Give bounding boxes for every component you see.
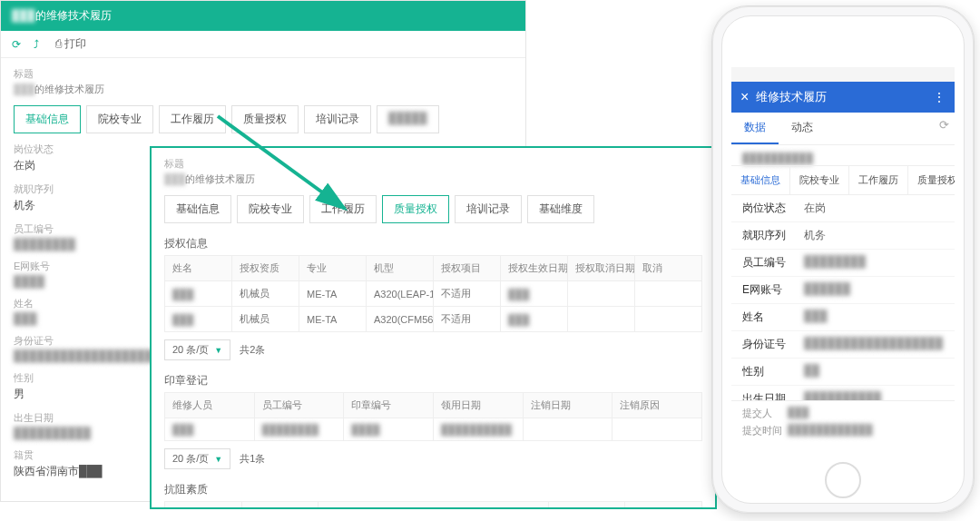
col-header: 专业 — [299, 256, 367, 281]
table-row[interactable]: ███机械员ME-TAA320(LEAP-1A)不适用███ — [165, 281, 702, 307]
col-header: 机型 — [367, 256, 434, 281]
col-header: 领用日期 — [433, 393, 523, 418]
close-icon[interactable]: × — [740, 90, 749, 104]
mobile-field: 出生日期██████████ — [731, 386, 955, 400]
table-row[interactable]: ███机械员ME-TAA320(CFM56)不适用███ — [165, 307, 702, 332]
resist-table: 维修专业是否签署机型签署机型初期颁发日期下次机型发动机型号签署日期 — [164, 501, 702, 509]
table-row[interactable]: █████████████████████████ — [165, 418, 702, 441]
col-header: 取消 — [635, 256, 702, 281]
col-header: 员工编号 — [254, 393, 344, 418]
mobile-field: 就职序列机务 — [731, 222, 955, 250]
mobile-field: 姓名███ — [731, 304, 955, 331]
auth-section-title: 授权信息 — [164, 236, 702, 251]
print-button[interactable]: ⎙ 打印 — [55, 36, 86, 52]
tab-row: 基础信息院校专业工作履历质量授权培训记录█████ — [1, 105, 525, 143]
mobile-field: 员工编号████████ — [731, 250, 955, 277]
chevron-down-icon: ▼ — [214, 346, 222, 355]
refresh-icon[interactable]: ⟳ — [12, 38, 24, 51]
mobile-chip-0[interactable]: 基础信息 — [731, 166, 790, 194]
page-size-select-2[interactable]: 20 条/页▼ — [164, 448, 230, 469]
col-header: 授权生效日期 — [501, 256, 568, 281]
refresh-icon[interactable]: ⟳ — [939, 118, 949, 132]
mobile-chip-2[interactable]: 工作履历 — [849, 166, 908, 194]
breadcrumb-value: ███的维修技术履历 — [164, 172, 702, 186]
stamp-total: 共1条 — [240, 452, 265, 466]
inner-tab-3[interactable]: 质量授权 — [382, 195, 449, 223]
auth-table: 姓名授权资质专业机型授权项目授权生效日期授权取消日期取消███机械员ME-TAA… — [164, 255, 702, 332]
inner-tab-1[interactable]: 院校专业 — [237, 195, 304, 223]
inner-tab-2[interactable]: 工作履历 — [309, 195, 377, 223]
tab-5[interactable]: █████ — [377, 105, 439, 133]
resist-section-title: 抗阻素质 — [164, 482, 702, 497]
phone-screen: × 维修技术履历 ⋮ 数据动态⟳ ██████████ 基础信息院校专业工作履历… — [731, 67, 955, 443]
auth-total: 共2条 — [240, 343, 265, 357]
inner-tab-0[interactable]: 基础信息 — [164, 195, 231, 223]
mobile-tabs: 数据动态⟳ — [731, 113, 955, 145]
mobile-kv-list: 岗位状态在岗就职序列机务员工编号████████E网账号██████姓名███身… — [731, 195, 955, 400]
toolbar: ⟳ ⤴ ⎙ 打印 — [1, 31, 525, 58]
col-header: 授权取消日期 — [568, 256, 635, 281]
mobile-field: 性别██ — [731, 359, 955, 386]
phone-frame: × 维修技术履历 ⋮ 数据动态⟳ ██████████ 基础信息院校专业工作履历… — [711, 5, 975, 514]
mobile-title: 维修技术履历 — [756, 89, 827, 105]
mobile-tab-0[interactable]: 数据 — [731, 113, 779, 144]
tab-4[interactable]: 培训记录 — [304, 105, 371, 133]
stamp-pager: 20 条/页▼ 共1条 — [164, 448, 702, 469]
col-header: 印章编号 — [344, 393, 434, 418]
col-header: 授权资质 — [232, 256, 299, 281]
mobile-footer: 提交人███提交时间████████████ — [731, 400, 955, 443]
inner-tab-5[interactable]: 基础维度 — [527, 195, 594, 223]
tab-2[interactable]: 工作履历 — [159, 105, 226, 133]
stamp-section-title: 印章登记 — [164, 373, 702, 388]
breadcrumb: 标题 ███的维修技术履历 — [1, 58, 525, 105]
mobile-chip-1[interactable]: 院校专业 — [790, 166, 849, 194]
mobile-chip-row: 基础信息院校专业工作履历质量授权培 — [731, 165, 955, 195]
tab-3[interactable]: 质量授权 — [231, 105, 299, 133]
window-front: 标题 ███的维修技术履历 基础信息院校专业工作履历质量授权培训记录基础维度 授… — [150, 146, 717, 509]
window-titlebar: ███的维修技术履历 — [1, 1, 525, 31]
mobile-field: E网账号██████ — [731, 277, 955, 304]
col-header: 注销原因 — [612, 393, 702, 418]
mobile-header: × 维修技术履历 ⋮ — [731, 82, 955, 113]
tab-row-inner: 基础信息院校专业工作履历质量授权培训记录基础维度 — [164, 195, 702, 231]
page-size-select[interactable]: 20 条/页▼ — [164, 339, 230, 360]
mobile-subtitle: ██████████ — [731, 145, 955, 165]
col-header: 维修人员 — [165, 393, 255, 418]
tab-0[interactable]: 基础信息 — [14, 105, 81, 133]
stamp-table: 维修人员员工编号印章编号领用日期注销日期注销原因████████████████… — [164, 392, 702, 441]
tab-1[interactable]: 院校专业 — [86, 105, 153, 133]
mobile-statusbar — [731, 67, 955, 82]
inner-tab-4[interactable]: 培训记录 — [455, 195, 522, 223]
mobile-field: 岗位状态在岗 — [731, 195, 955, 222]
share-icon[interactable]: ⤴ — [34, 38, 46, 51]
col-header: 姓名 — [165, 256, 232, 281]
home-button[interactable] — [825, 462, 861, 498]
col-header: 注销日期 — [523, 393, 612, 418]
more-icon[interactable]: ⋮ — [933, 90, 946, 104]
auth-pager: 20 条/页▼ 共2条 — [164, 339, 702, 360]
window-title-suffix: 的维修技术履历 — [35, 9, 112, 22]
mobile-tab-1[interactable]: 动态 — [779, 113, 826, 144]
mobile-field: 身份证号██████████████████ — [731, 331, 955, 359]
breadcrumb-label: 标题 — [164, 157, 702, 171]
col-header: 授权项目 — [434, 256, 501, 281]
chevron-down-icon: ▼ — [214, 455, 222, 464]
mobile-chip-3[interactable]: 质量授权 — [908, 166, 955, 194]
